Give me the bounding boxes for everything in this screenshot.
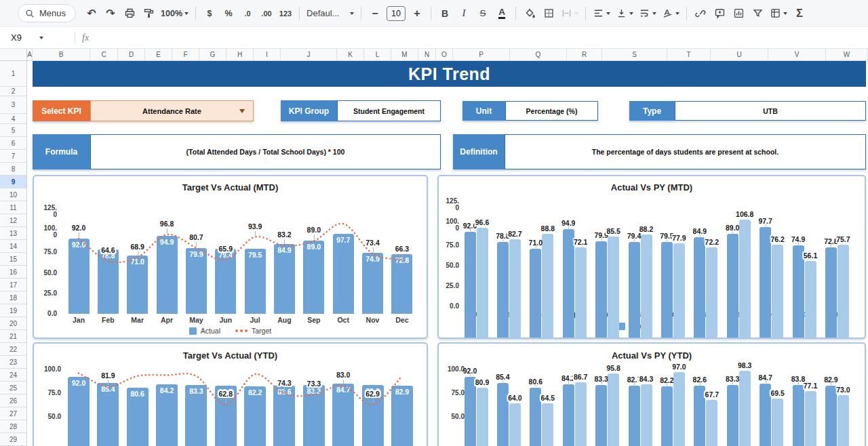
number-format-button[interactable]: 123 (277, 5, 294, 22)
font-family-select[interactable]: Defaul... (304, 5, 356, 22)
row-header-27[interactable]: 27 (0, 407, 27, 420)
format-percent-button[interactable]: % (220, 5, 237, 22)
column-header-G[interactable]: G (199, 49, 226, 61)
row-header-8[interactable]: 8 (0, 163, 27, 176)
target-label: 66.3 (389, 245, 416, 253)
column-header-A[interactable]: A (27, 49, 33, 61)
column-header-N[interactable]: N (418, 49, 436, 61)
row-header-11[interactable]: 11 (0, 201, 27, 214)
row-header-18[interactable]: 18 (0, 291, 27, 304)
increase-font-size-button[interactable]: + (408, 5, 426, 22)
column-header-C[interactable]: C (90, 49, 118, 61)
row-header-16[interactable]: 16 (0, 266, 27, 279)
row-header-3[interactable]: 3 (0, 96, 27, 114)
redo-button[interactable]: ↷ (102, 5, 119, 22)
row-header-12[interactable]: 12 (0, 214, 27, 227)
column-header-W[interactable]: W (826, 49, 868, 61)
text-rotation-button[interactable] (660, 5, 682, 22)
row-header-29[interactable]: 29 (0, 433, 27, 446)
row-header-23[interactable]: 23 (0, 356, 27, 369)
row-header-19[interactable]: 19 (0, 304, 27, 317)
column-header-S[interactable]: S (602, 49, 667, 61)
row-header-13[interactable]: 13 (0, 227, 27, 240)
column-header-F[interactable]: F (172, 49, 199, 61)
column-header-K[interactable]: K (337, 49, 364, 61)
row-header-24[interactable]: 24 (0, 369, 27, 382)
kpi-dropdown[interactable]: Attendance Rate (90, 100, 254, 121)
italic-button[interactable]: I (455, 5, 473, 22)
functions-button[interactable]: Σ (791, 5, 808, 22)
row-header-17[interactable]: 17 (0, 279, 27, 291)
y-axis-tick-label: 125.0 (41, 205, 57, 218)
insert-link-button[interactable] (692, 5, 709, 22)
paint-format-button[interactable] (140, 5, 157, 22)
actual-bar (727, 385, 738, 446)
chart-actual-vs-py-ytd[interactable]: Actual Vs PY (YTD)100.075.050.092.085.48… (437, 342, 866, 446)
chart-actual-vs-py-mtd[interactable]: Actual Vs PY (MTD)125.0100.075.050.025.0… (437, 175, 866, 339)
column-header-H[interactable]: H (226, 49, 254, 61)
format-currency-button[interactable]: $ (201, 5, 218, 22)
row-header-26[interactable]: 26 (0, 394, 27, 407)
row-header-25[interactable]: 25 (0, 382, 27, 394)
filter-button[interactable] (749, 5, 766, 22)
borders-button[interactable] (540, 5, 557, 22)
row-header-1[interactable]: 1 (0, 61, 27, 87)
row-header-4[interactable]: 4 (0, 114, 27, 124)
chart-target-vs-actual-mtd[interactable]: Target Vs Actual (MTD)125.0100.075.050.0… (33, 175, 428, 339)
vertical-align-button[interactable] (614, 5, 635, 22)
actual-bar-label: 84.7 (330, 386, 357, 394)
column-header-L[interactable]: L (364, 49, 391, 61)
column-header-J[interactable]: J (281, 49, 337, 61)
row-header-10[interactable]: 10 (0, 188, 27, 201)
column-header-U[interactable]: U (711, 49, 768, 61)
insert-chart-button[interactable] (730, 5, 747, 22)
column-header-M[interactable]: M (391, 49, 418, 61)
column-header-B[interactable]: B (33, 49, 90, 61)
merge-cells-button[interactable] (559, 5, 580, 22)
column-header-O[interactable]: O (436, 49, 453, 61)
menus-button[interactable]: Menus (18, 4, 76, 22)
row-header-6[interactable]: 6 (0, 137, 27, 150)
chevron-down-icon (350, 12, 354, 15)
font-size-input[interactable]: 10 (387, 6, 406, 21)
row-header-20[interactable]: 20 (0, 317, 27, 330)
text-color-button[interactable]: A (493, 5, 511, 22)
decrease-decimal-button[interactable]: .0 (239, 5, 256, 22)
increase-decimal-button[interactable]: .00 (258, 5, 275, 22)
formula-input[interactable] (89, 27, 868, 48)
column-header-T[interactable]: T (667, 49, 711, 61)
column-header-Q[interactable]: Q (510, 49, 567, 61)
row-header-2[interactable]: 2 (0, 87, 27, 96)
zoom-select[interactable]: 100% (159, 5, 191, 22)
actual-bar (465, 232, 476, 339)
column-header-D[interactable]: D (118, 49, 145, 61)
column-header-V[interactable]: V (768, 49, 826, 61)
row-header-7[interactable]: 7 (0, 150, 27, 163)
column-header-I[interactable]: I (254, 49, 281, 61)
chart-target-vs-actual-ytd[interactable]: Target Vs Actual (YTD)100.075.050.092.08… (33, 342, 428, 446)
bold-button[interactable]: B (436, 5, 454, 22)
column-header-E[interactable]: E (145, 49, 172, 61)
print-button[interactable] (121, 5, 138, 22)
row-header-5[interactable]: 5 (0, 124, 27, 137)
unit-label: Unit (462, 101, 505, 121)
select-all-corner[interactable] (0, 49, 27, 61)
row-header-21[interactable]: 21 (0, 330, 27, 343)
row-header-15[interactable]: 15 (0, 253, 27, 266)
pivot-table-button[interactable] (768, 5, 789, 22)
row-header-22[interactable]: 22 (0, 343, 27, 356)
row-header-9[interactable]: 9 (0, 176, 27, 188)
insert-comment-button[interactable] (711, 5, 728, 22)
name-box[interactable]: X9 (0, 33, 68, 43)
row-header-14[interactable]: 14 (0, 240, 27, 253)
column-header-R[interactable]: R (567, 49, 602, 61)
row-header-28[interactable]: 28 (0, 420, 27, 433)
column-header-P[interactable]: P (453, 49, 510, 61)
strikethrough-button[interactable]: S (474, 5, 492, 22)
decrease-font-size-button[interactable]: − (366, 5, 384, 22)
horizontal-align-button[interactable] (591, 5, 612, 22)
text-wrap-button[interactable] (637, 5, 658, 22)
fill-color-button[interactable] (521, 5, 538, 22)
undo-button[interactable]: ↶ (83, 5, 100, 22)
label-leader-line (343, 380, 344, 384)
